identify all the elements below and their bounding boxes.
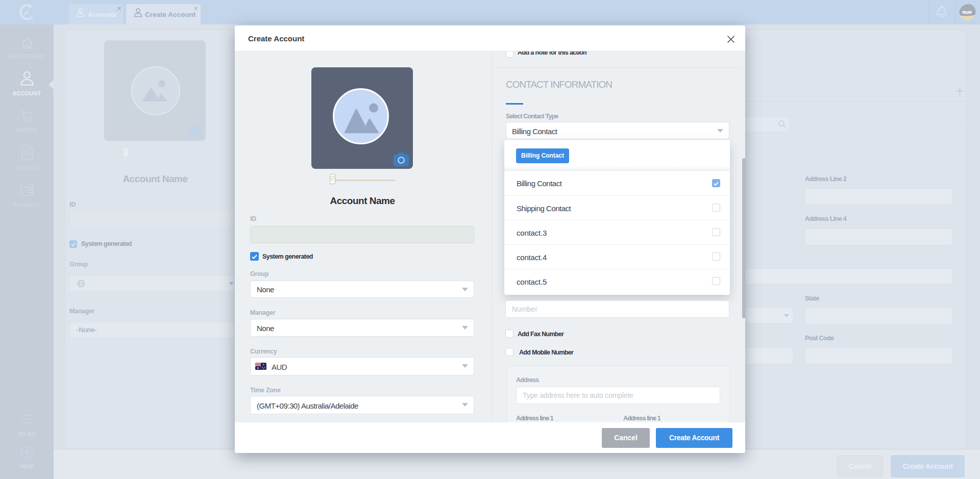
svg-text:$: $ (24, 146, 27, 151)
